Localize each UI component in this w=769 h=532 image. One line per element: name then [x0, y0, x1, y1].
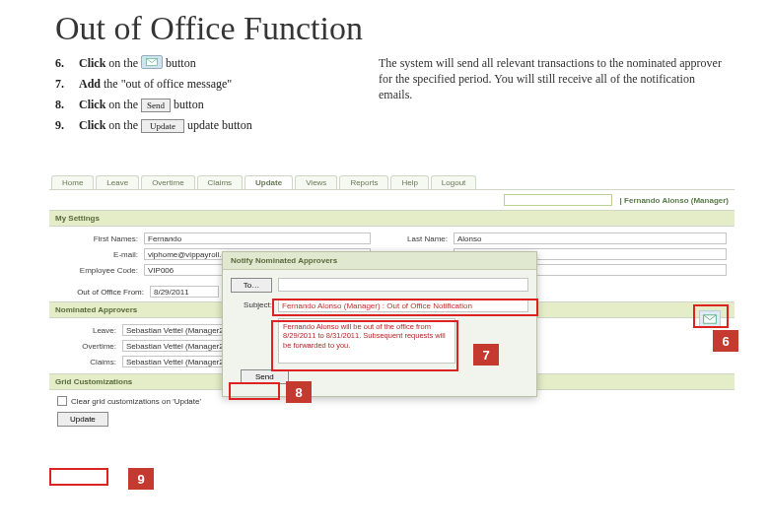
highlight-update: [49, 468, 108, 486]
highlight-subject: [272, 299, 538, 316]
current-user: | Fernando Alonso (Manager): [620, 196, 729, 205]
subject-label: Subject:: [231, 299, 272, 309]
first-names-field[interactable]: Fernando: [144, 233, 371, 244]
clear-grid-label: Clear grid customizations on 'Update': [71, 397, 201, 406]
approver-claims-label: Claims:: [57, 358, 116, 366]
main-nav: Home Leave Overtime Claims Update Views …: [49, 172, 734, 190]
out-of-office-from-label: Out of Office From:: [57, 288, 144, 297]
step-list: 6. Click on the button 7. Add the "out o…: [55, 55, 351, 133]
tab-claims[interactable]: Claims: [197, 175, 243, 189]
envelope-icon: [141, 55, 163, 69]
callout-9: 9: [128, 468, 154, 490]
highlight-message: [271, 320, 458, 371]
last-name-field[interactable]: Alonso: [454, 233, 727, 244]
tab-leave[interactable]: Leave: [96, 175, 139, 189]
tab-help[interactable]: Help: [390, 175, 428, 189]
slide-title: Out of Office Function: [0, 0, 769, 55]
tab-update[interactable]: Update: [245, 175, 293, 189]
approver-overtime-label: Overtime:: [57, 342, 116, 351]
to-field[interactable]: [278, 278, 528, 292]
callout-7: 7: [473, 344, 499, 366]
tab-logout[interactable]: Logout: [431, 175, 476, 189]
explanatory-note: The system will send all relevant transa…: [379, 55, 724, 139]
clear-grid-checkbox[interactable]: [57, 396, 67, 406]
step-6: 6. Click on the button: [55, 55, 351, 71]
highlight-send: [229, 382, 280, 400]
send-button-sample: Send: [141, 99, 171, 112]
tab-overtime[interactable]: Overtime: [141, 175, 194, 189]
email-label: E-mail:: [57, 250, 138, 259]
section-my-settings: My Settings: [49, 210, 734, 227]
first-names-label: First Names:: [57, 234, 138, 243]
approver-leave-label: Leave:: [57, 326, 116, 335]
highlight-mail-icon: [693, 304, 729, 328]
employee-code-label: Employee Code:: [57, 266, 138, 275]
tab-reports[interactable]: Reports: [339, 175, 388, 189]
app-screenshot: Home Leave Overtime Claims Update Views …: [49, 172, 734, 498]
out-of-office-from-field[interactable]: 8/29/2011: [150, 286, 219, 298]
tab-home[interactable]: Home: [51, 175, 94, 189]
step-8: 8. Click on the Send button: [55, 98, 351, 112]
update-button[interactable]: Update: [57, 412, 108, 427]
dialog-title: Notify Nominated Approvers: [223, 252, 536, 270]
to-button[interactable]: To…: [231, 278, 272, 293]
last-name-label: Last Name:: [377, 234, 448, 243]
tab-views[interactable]: Views: [295, 175, 337, 189]
callout-6: 6: [713, 330, 738, 352]
update-button-sample: Update: [141, 119, 184, 133]
step-7: 7. Add the "out of office message": [55, 77, 351, 92]
callout-8: 8: [286, 381, 312, 403]
step-9: 9. Click on the Update update button: [55, 118, 351, 133]
search-input[interactable]: [504, 194, 612, 206]
